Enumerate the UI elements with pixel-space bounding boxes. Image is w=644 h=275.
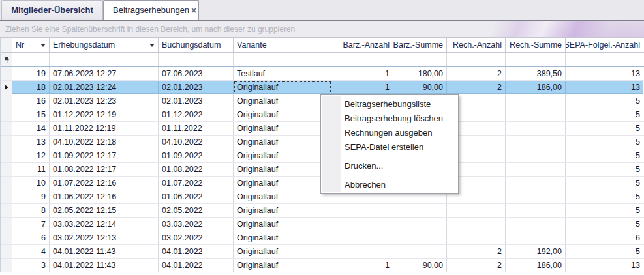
cell-rech_anzahl[interactable] xyxy=(447,231,506,244)
table-row[interactable]: 603.02.2022 12:1303.02.2022Originallauf6 xyxy=(1,231,644,245)
cell-rech_anzahl[interactable]: 2 xyxy=(447,67,506,80)
cell-variante[interactable]: Originallauf xyxy=(234,177,331,190)
cell-barz_anzahl[interactable]: 1 xyxy=(331,259,393,272)
cell-barz_summe[interactable]: 90,00 xyxy=(393,259,447,272)
cell-variante[interactable]: Originallauf xyxy=(234,108,331,121)
cell-erhebungsdatum[interactable]: 04.10.2022 12:18 xyxy=(50,136,159,149)
chevron-down-icon[interactable] xyxy=(40,44,46,47)
cell-sepa_folgel_anzahl[interactable]: 5 xyxy=(566,122,643,135)
column-header-barz_anzahl[interactable]: Barz.-Anzahl xyxy=(331,38,393,52)
cell-sepa_folgel_anzahl[interactable]: 5 xyxy=(566,190,643,203)
filter-cell-rech_anzahl[interactable] xyxy=(447,53,506,66)
cell-erhebungsdatum[interactable]: 02.01.2023 12:23 xyxy=(50,94,159,108)
cell-buchungsdatum[interactable]: 01.06.2022 xyxy=(159,190,234,203)
filter-indicator-cell[interactable] xyxy=(1,53,12,66)
cell-erhebungsdatum[interactable]: 01.06.2022 12:16 xyxy=(50,190,159,203)
cell-nr[interactable]: 7 xyxy=(12,218,50,231)
cell-erhebungsdatum[interactable]: 01.12.2022 12:19 xyxy=(50,108,159,121)
cell-rech_summe[interactable] xyxy=(506,177,566,190)
cell-buchungsdatum[interactable]: 01.09.2022 xyxy=(159,149,234,162)
cell-nr[interactable]: 11 xyxy=(12,163,50,176)
cell-rech_anzahl[interactable]: 2 xyxy=(447,81,506,94)
cell-variante[interactable]: Originallauf xyxy=(234,81,331,94)
cell-sepa_folgel_anzahl[interactable]: 5 xyxy=(566,108,643,121)
menu-item-rechnungen-ausgeben[interactable]: Rechnungen ausgeben xyxy=(321,125,458,139)
cell-buchungsdatum[interactable]: 03.02.2022 xyxy=(159,231,234,244)
cell-buchungsdatum[interactable]: 01.11.2022 xyxy=(159,122,234,135)
cell-rech_summe[interactable]: 186,00 xyxy=(506,259,566,272)
cell-buchungsdatum[interactable]: 04.01.2022 xyxy=(159,259,234,272)
cell-buchungsdatum[interactable]: 04.01.2022 xyxy=(159,245,234,258)
cell-sepa_folgel_anzahl[interactable]: 5 xyxy=(566,245,643,258)
cell-rech_summe[interactable] xyxy=(506,163,566,176)
cell-sepa_folgel_anzahl[interactable]: 5 xyxy=(566,149,643,162)
column-header-erhebungsdatum[interactable]: Erhebungsdatum xyxy=(50,38,159,52)
cell-rech_summe[interactable] xyxy=(506,218,566,231)
cell-sepa_folgel_anzahl[interactable]: 13 xyxy=(566,67,643,80)
cell-buchungsdatum[interactable]: 01.12.2022 xyxy=(159,108,234,121)
cell-variante[interactable]: Originallauf xyxy=(234,136,331,149)
cell-erhebungsdatum[interactable]: 01.08.2022 12:17 xyxy=(50,163,159,176)
cell-erhebungsdatum[interactable]: 07.06.2023 12:27 xyxy=(50,67,159,80)
cell-rech_anzahl[interactable]: 2 xyxy=(447,259,506,272)
row-indicator[interactable] xyxy=(1,190,12,203)
cell-buchungsdatum[interactable]: 03.03.2022 xyxy=(159,218,234,231)
row-indicator[interactable] xyxy=(1,81,12,94)
cell-erhebungsdatum[interactable]: 03.03.2022 12:14 xyxy=(50,218,159,231)
column-header-rech_anzahl[interactable]: Rech.-Anzahl xyxy=(447,38,506,52)
group-by-panel[interactable]: Ziehen Sie eine Spaltenüberschrift in di… xyxy=(0,21,644,38)
cell-buchungsdatum[interactable]: 01.07.2022 xyxy=(159,177,234,190)
cell-rech_summe[interactable] xyxy=(506,136,566,149)
row-indicator[interactable] xyxy=(1,177,12,190)
cell-sepa_folgel_anzahl[interactable]: 5 xyxy=(566,163,643,176)
cell-nr[interactable]: 13 xyxy=(12,136,50,149)
row-indicator[interactable] xyxy=(1,218,12,231)
cell-barz_anzahl[interactable] xyxy=(331,245,393,258)
filter-cell-erhebungsdatum[interactable] xyxy=(50,53,159,66)
cell-nr[interactable]: 18 xyxy=(12,81,50,94)
row-indicator[interactable] xyxy=(1,108,12,121)
cell-buchungsdatum[interactable]: 02.05.2022 xyxy=(159,204,234,217)
cell-nr[interactable]: 15 xyxy=(12,108,50,121)
cell-barz_summe[interactable]: 90,00 xyxy=(393,81,447,94)
filter-cell-barz_summe[interactable] xyxy=(393,53,447,66)
cell-nr[interactable]: 12 xyxy=(12,149,50,162)
row-indicator[interactable] xyxy=(1,149,12,162)
cell-variante[interactable]: Originallauf xyxy=(234,204,331,217)
cell-nr[interactable]: 14 xyxy=(12,122,50,135)
cell-variante[interactable]: Originallauf xyxy=(234,149,331,162)
cell-variante[interactable]: Testlauf xyxy=(234,67,331,80)
cell-nr[interactable]: 3 xyxy=(12,259,50,272)
column-header-rech_summe[interactable]: Rech.-Summe xyxy=(506,38,566,52)
cell-buchungsdatum[interactable]: 04.10.2022 xyxy=(159,136,234,149)
row-indicator[interactable] xyxy=(1,163,12,176)
cell-buchungsdatum[interactable]: 07.06.2023 xyxy=(159,67,234,80)
cell-variante[interactable]: Originallauf xyxy=(234,163,331,176)
cell-nr[interactable]: 19 xyxy=(12,67,50,80)
cell-nr[interactable]: 10 xyxy=(12,177,50,190)
cell-rech_summe[interactable] xyxy=(506,190,566,203)
cell-variante[interactable]: Originallauf xyxy=(234,218,331,231)
cell-variante[interactable]: Originallauf xyxy=(234,122,331,135)
row-indicator[interactable] xyxy=(1,259,12,272)
column-header-buchungsdatum[interactable]: Buchungsdatum xyxy=(159,38,234,52)
row-indicator[interactable] xyxy=(1,231,12,244)
cell-erhebungsdatum[interactable]: 03.02.2022 12:13 xyxy=(50,231,159,244)
cell-variante[interactable]: Originallauf xyxy=(234,259,331,272)
cell-sepa_folgel_anzahl[interactable]: 5 xyxy=(566,204,643,217)
cell-erhebungsdatum[interactable]: 02.01.2023 12:24 xyxy=(50,81,159,94)
filter-cell-barz_anzahl[interactable] xyxy=(331,53,393,66)
cell-rech_summe[interactable] xyxy=(506,149,566,162)
tab-mitglieder-uebersicht[interactable]: Mitglieder-Übersicht xyxy=(1,0,103,20)
cell-barz_summe[interactable] xyxy=(393,231,447,244)
cell-variante[interactable]: Originallauf xyxy=(234,190,331,203)
row-indicator[interactable] xyxy=(1,204,12,217)
tab-beitragserhebungen[interactable]: Beitragserhebungen × xyxy=(103,0,199,20)
cell-sepa_folgel_anzahl[interactable]: 5 xyxy=(566,218,643,231)
cell-nr[interactable]: 9 xyxy=(12,190,50,203)
cell-nr[interactable]: 6 xyxy=(12,231,50,244)
cell-sepa_folgel_anzahl[interactable]: 13 xyxy=(566,81,643,94)
cell-rech_anzahl[interactable] xyxy=(447,218,506,231)
cell-sepa_folgel_anzahl[interactable]: 5 xyxy=(566,94,643,108)
table-row[interactable]: 404.01.2022 11:4304.01.2022Originallauf2… xyxy=(1,245,644,259)
